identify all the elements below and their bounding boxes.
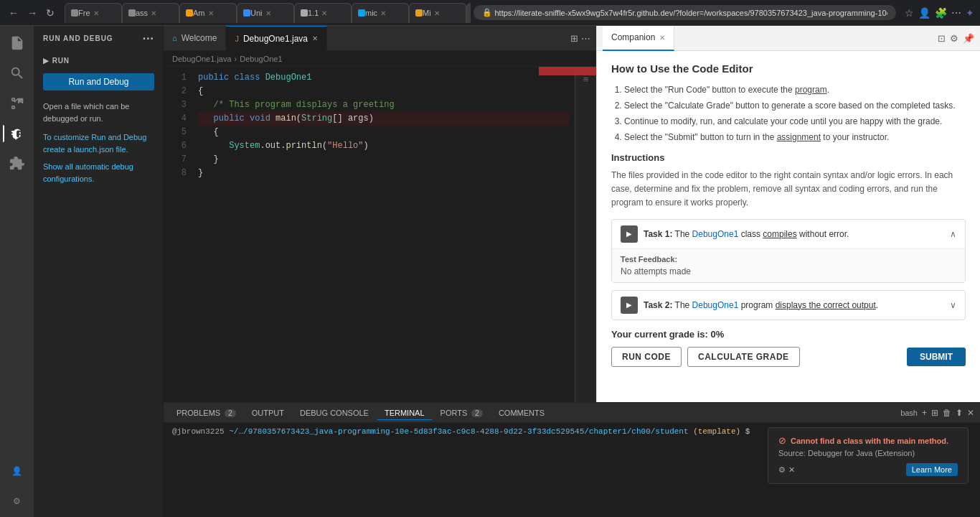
companion-tab-companion[interactable]: Companion ✕ xyxy=(603,26,674,51)
nav-controls: ← → ↻ xyxy=(6,6,57,20)
tab-cor[interactable]: Cor ✕ xyxy=(466,3,471,23)
companion-layout-icon[interactable]: ⊡ xyxy=(938,33,946,44)
profile-icon[interactable]: 👤 xyxy=(918,7,930,19)
companion-tabs: Companion ✕ ⊡ ⚙ 📌 xyxy=(597,26,980,51)
java-file-icon: J xyxy=(235,34,239,43)
terminal-instance-label: bash xyxy=(900,409,918,417)
activity-icon-extensions[interactable] xyxy=(3,149,32,178)
tab-fre[interactable]: Fre ✕ xyxy=(65,3,122,23)
customize-run-link[interactable]: To customize Run and Debug create a laun… xyxy=(34,129,163,158)
task-2-play-button[interactable]: ▶ xyxy=(621,297,638,314)
activity-bar: 👤 ⚙ xyxy=(0,26,34,517)
tab-close[interactable]: ✕ xyxy=(208,9,214,17)
more-icon[interactable]: ⋯ xyxy=(951,7,961,19)
activity-icon-account[interactable]: 👤 xyxy=(3,457,32,485)
task-1-header[interactable]: ▶ Task 1: The DebugOne1 class compiles w… xyxy=(612,220,965,248)
activity-icon-debug[interactable] xyxy=(3,119,32,148)
url-input[interactable] xyxy=(495,9,888,17)
bottom-tabs: PROBLEMS 2 OUTPUT DEBUG CONSOLE TERMINAL… xyxy=(164,403,980,423)
tab-favicon xyxy=(71,9,78,17)
tab-comments[interactable]: COMMENTS xyxy=(491,406,552,420)
split-editor-icon[interactable]: ⊞ xyxy=(570,33,578,44)
close-panel-button[interactable]: ✕ xyxy=(967,408,974,418)
error-settings-icon[interactable]: ⚙ xyxy=(778,465,786,475)
run-and-debug-button[interactable]: Run and Debug xyxy=(43,73,154,90)
companion-settings-icon[interactable]: ⚙ xyxy=(950,33,958,44)
address-bar[interactable]: 🔒 xyxy=(473,5,897,20)
editor-tab-debugone1[interactable]: J DebugOne1.java ✕ xyxy=(226,26,327,51)
breadcrumb-class[interactable]: DebugOne1 xyxy=(240,55,282,63)
code-content[interactable]: public class DebugOne1 { /* This program… xyxy=(192,67,575,402)
copilot-icon[interactable]: ✦ xyxy=(966,7,974,19)
bottom-tab-actions: bash + ⊞ 🗑 ⬆ ✕ xyxy=(900,408,974,418)
tab-ports[interactable]: PORTS 2 xyxy=(433,406,490,420)
right-icons-bar: ≡ xyxy=(575,67,596,402)
activity-icon-source-control[interactable] xyxy=(3,89,32,118)
error-notification-header: ⊘ Cannot find a class with the main meth… xyxy=(778,435,958,446)
tab-label: ass xyxy=(136,9,148,17)
show-all-configs-link[interactable]: Show all automatic debug configurations. xyxy=(34,158,163,187)
tab-favicon xyxy=(415,9,423,17)
tab-close[interactable]: ✕ xyxy=(151,9,156,17)
editor-tab-close[interactable]: ✕ xyxy=(312,34,318,42)
editor-companion-split: ⌂ Welcome J DebugOne1.java ✕ ⊞ ⋯ xyxy=(164,26,980,402)
activity-icon-search[interactable] xyxy=(3,59,32,88)
open-file-link[interactable]: Open a file which can be debugged or run… xyxy=(34,96,163,129)
activity-icon-settings[interactable]: ⚙ xyxy=(3,487,32,516)
split-terminal-button[interactable]: ⊞ xyxy=(931,408,938,418)
tab-mic[interactable]: mic ✕ xyxy=(352,3,409,23)
forward-button[interactable]: → xyxy=(24,6,40,20)
run-code-button[interactable]: RUN CODE xyxy=(611,347,682,367)
activity-icon-explorer[interactable] xyxy=(3,29,32,57)
submit-button[interactable]: SUBMIT xyxy=(907,348,966,366)
tab-output[interactable]: OUTPUT xyxy=(245,406,291,420)
bookmark-icon[interactable]: ☆ xyxy=(905,7,914,19)
breadcrumb-file[interactable]: DebugOne1.java xyxy=(172,55,232,63)
tab-label: 1.1 xyxy=(308,9,319,17)
companion-tab-close[interactable]: ✕ xyxy=(659,34,665,42)
tab-terminal[interactable]: TERMINAL xyxy=(377,406,432,420)
tab-label: Am xyxy=(193,9,205,17)
tab-close[interactable]: ✕ xyxy=(93,9,99,17)
tab-label: mic xyxy=(365,9,377,17)
instruction-4: Select the "Submit" button to turn in th… xyxy=(624,131,966,144)
tab-am[interactable]: Am ✕ xyxy=(179,3,237,23)
tab-close[interactable]: ✕ xyxy=(265,9,271,17)
maximize-panel-button[interactable]: ⬆ xyxy=(956,408,963,418)
sidebar-more-icon[interactable]: ⋯ xyxy=(142,32,154,45)
back-button[interactable]: ← xyxy=(6,6,22,20)
task-1-play-button[interactable]: ▶ xyxy=(621,225,638,243)
tab-11[interactable]: 1.1 ✕ xyxy=(294,3,352,23)
task-1-feedback-label: Test Feedback: xyxy=(621,255,956,264)
task-2-chevron[interactable]: ∨ xyxy=(950,300,956,310)
sidebar-section-run: ▶ RUN Run and Debug Open a file which ca… xyxy=(34,51,163,190)
learn-more-button[interactable]: Learn More xyxy=(906,463,958,476)
extensions-toolbar-icon[interactable]: 🧩 xyxy=(935,7,947,19)
companion-pin-icon[interactable]: 📌 xyxy=(963,33,974,44)
lock-icon: 🔒 xyxy=(482,8,492,17)
code-editor[interactable]: 12345678 public class DebugOne1 { /* Thi… xyxy=(164,67,596,402)
terminal-trash-button[interactable]: 🗑 xyxy=(943,408,951,418)
tab-uni[interactable]: Uni ✕ xyxy=(237,3,294,23)
tab-close[interactable]: ✕ xyxy=(434,9,440,17)
tab-mi[interactable]: Mi ✕ xyxy=(409,3,466,23)
editor-tab-welcome[interactable]: ⌂ Welcome xyxy=(164,26,226,51)
tab-problems[interactable]: PROBLEMS 2 xyxy=(169,406,243,420)
task-1-chevron[interactable]: ∧ xyxy=(950,229,956,239)
tab-debug-console[interactable]: DEBUG CONSOLE xyxy=(293,406,376,420)
calculate-grade-button[interactable]: CALCULATE GRADE xyxy=(687,347,800,367)
sidebar-section-title[interactable]: ▶ RUN xyxy=(34,54,163,67)
companion-content: How to Use the Code Editor Select the "R… xyxy=(597,51,980,402)
tab-label: Mi xyxy=(423,9,431,17)
task-2-label: Task 2: The DebugOne1 program displays t… xyxy=(644,300,944,310)
more-actions-icon[interactable]: ⋯ xyxy=(581,33,590,44)
tab-close[interactable]: ✕ xyxy=(321,9,327,17)
tab-close[interactable]: ✕ xyxy=(380,9,386,17)
welcome-tab-icon: ⌂ xyxy=(172,34,177,42)
tab-favicon xyxy=(186,9,193,17)
new-terminal-button[interactable]: + xyxy=(922,408,927,418)
tab-ass[interactable]: ass ✕ xyxy=(122,3,179,23)
error-close-icon[interactable]: ✕ xyxy=(788,465,795,475)
reload-button[interactable]: ↻ xyxy=(43,6,57,20)
task-2-header[interactable]: ▶ Task 2: The DebugOne1 program displays… xyxy=(612,291,965,320)
